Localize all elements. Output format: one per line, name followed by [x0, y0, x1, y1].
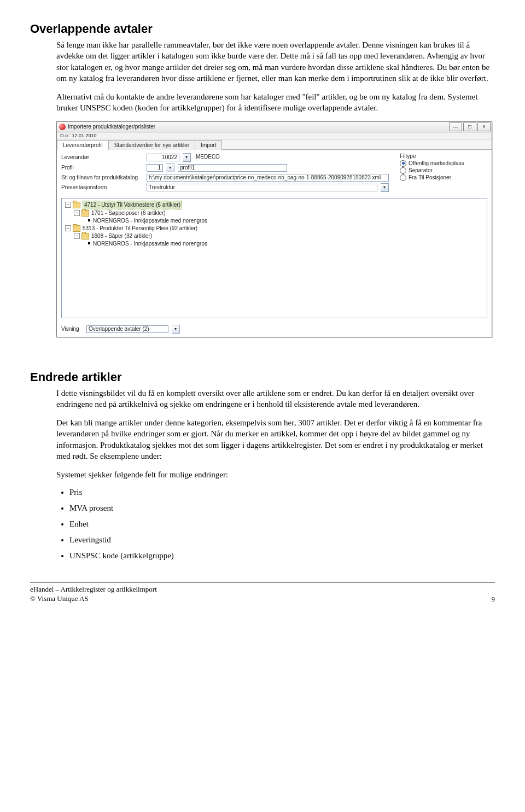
window-title: Importere produktkataloger/prislister — [68, 124, 155, 130]
radio-dot-icon — [400, 160, 406, 167]
radio-label-2: Fra-Til Posisjoner — [409, 174, 451, 180]
tree-node-5313[interactable]: 5313 - Produkter Til Personlig Pleie (92… — [83, 225, 197, 232]
section1-body: Så lenge man ikke har parallelle rammeav… — [56, 39, 495, 114]
heading-overlappende: Overlappende avtaler — [30, 22, 495, 36]
radio-separator[interactable]: Separator — [400, 167, 487, 174]
tree-leaf-icon — [88, 219, 90, 221]
minimize-button[interactable]: — — [449, 122, 462, 131]
list-item: Leveringstid — [69, 535, 495, 545]
tab-standardverdier[interactable]: Standardverdier for nye artikler — [108, 140, 195, 150]
leverandor-dropdown-icon[interactable]: ▾ — [183, 153, 191, 162]
tree-collapse-icon[interactable]: − — [74, 233, 80, 239]
tree-leaf-icon — [88, 242, 90, 244]
visning-dropdown-icon[interactable]: ▾ — [172, 325, 180, 334]
tab-import[interactable]: Import — [195, 140, 222, 150]
folder-icon — [73, 225, 80, 232]
visning-field[interactable]: Overlappende avtaler (2) — [86, 325, 168, 333]
label-visning: Visning — [61, 326, 83, 332]
form-area: Leverandør 10022 ▾ MEDECO Profil 1 ▾ pro… — [57, 150, 492, 196]
app-icon — [59, 124, 66, 130]
tree-view[interactable]: − 4712 - Utstyr Til Vaktmestere (6 artik… — [61, 198, 487, 318]
tree-node-1608[interactable]: 1608 - Såper (32 artikler) — [91, 232, 152, 240]
section1-para2: Alternativt må du kontakte de andre leve… — [56, 91, 495, 114]
title-bar: Importere produktkataloger/prislister — … — [57, 122, 492, 132]
presentation-field[interactable]: Trestruktur — [147, 184, 377, 191]
list-item: Enhet — [69, 519, 495, 529]
leverandor-name: MEDECO — [194, 154, 389, 161]
label-pres: Presentasjonsform — [61, 184, 143, 190]
tree-node-1701[interactable]: 1701 - Søppelposer (6 artikler) — [91, 209, 166, 217]
heading-endrede: Endrede artikler — [30, 370, 495, 384]
tab-leverandorprofil[interactable]: Leverandørprofil — [57, 140, 109, 150]
page-number: 9 — [492, 595, 495, 604]
profil-name-field[interactable]: profil1 — [178, 164, 287, 172]
section2-para3: Systemet sjekker følgende felt for mulig… — [56, 469, 495, 480]
list-item: Pris — [69, 488, 495, 497]
presentation-dropdown-icon[interactable]: ▾ — [381, 183, 389, 192]
profil-code-field[interactable]: 1 — [147, 164, 163, 172]
footer-line2: © Visma Unique AS — [30, 594, 157, 604]
maximize-button[interactable]: □ — [463, 122, 476, 131]
import-dialog: Importere produktkataloger/prislister — … — [56, 121, 492, 337]
tree-node-4712[interactable]: 4712 - Utstyr Til Vaktmestere (6 artikle… — [83, 201, 182, 209]
radio-offentlig[interactable]: Offentlig markedsplass — [400, 160, 487, 167]
folder-icon — [81, 233, 89, 239]
label-sti: Sti og filnavn for produktkatalog — [61, 174, 143, 180]
radio-label-0: Offentlig markedsplass — [409, 160, 464, 166]
filepath-field[interactable]: h:\my documents\kataloger\productprice-n… — [147, 174, 389, 182]
tree-collapse-icon[interactable]: − — [65, 202, 71, 208]
page-footer: eHandel – Artikkelregister og artikkelim… — [30, 582, 495, 604]
leverandor-code-field[interactable]: 10022 — [147, 154, 179, 161]
folder-icon — [81, 210, 89, 217]
profil-dropdown-icon[interactable]: ▾ — [166, 163, 174, 172]
footer-line1: eHandel – Artikkelregister og artikkelim… — [30, 585, 157, 594]
tree-collapse-icon[interactable]: − — [65, 225, 71, 231]
change-fields-list: Pris MVA prosent Enhet Leveringstid UNSP… — [56, 488, 495, 560]
date-strip: D.o.: 12.01.2010 — [57, 132, 492, 139]
section1-para1: Så lenge man ikke har parallelle rammeav… — [56, 39, 495, 84]
tree-collapse-icon[interactable]: − — [74, 210, 80, 216]
label-profil: Profil — [61, 165, 143, 171]
tree-leaf-norengros-2[interactable]: NORENGROS - Innkjøpsavtale med norengros — [93, 240, 207, 248]
radio-dot-icon — [400, 167, 406, 174]
close-button[interactable]: × — [477, 122, 491, 131]
section2-para2: Det kan bli mange artikler under denne k… — [56, 417, 495, 462]
filetype-title: Filtype — [400, 153, 487, 159]
folder-icon — [73, 202, 80, 208]
radio-fratilpos[interactable]: Fra-Til Posisjoner — [400, 174, 487, 181]
tree-leaf-norengros-1[interactable]: NORENGROS - Innkjøpsavtale med norengros — [93, 217, 207, 225]
section2-para1: I dette visningsbildet vil du få en komp… — [56, 388, 495, 410]
radio-dot-icon — [400, 174, 406, 181]
tab-row: Leverandørprofil Standardverdier for nye… — [57, 139, 492, 150]
radio-label-1: Separator — [409, 167, 433, 173]
section2-body: I dette visningsbildet vil du få en komp… — [56, 388, 495, 481]
list-item: UNSPSC kode (artikkelgruppe) — [69, 551, 495, 560]
label-leverandor: Leverandør — [61, 154, 143, 160]
list-item: MVA prosent — [69, 504, 495, 513]
